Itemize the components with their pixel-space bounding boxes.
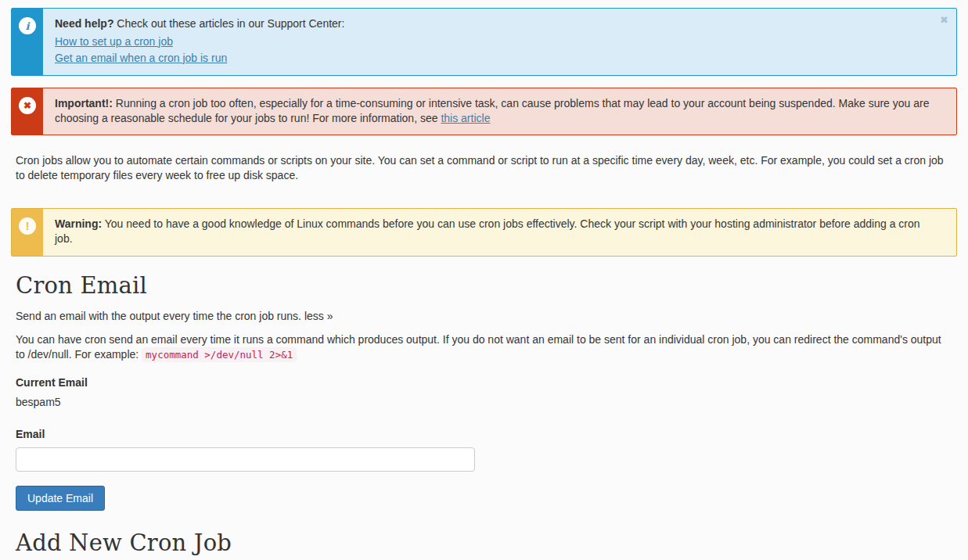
cron-email-subtitle: Send an email with the output every time… (16, 310, 952, 322)
intro-paragraph: Cron jobs allow you to automate certain … (16, 153, 952, 183)
code-snippet: mycommand >/dev/null 2>&1 (142, 347, 297, 362)
link-get-email-when-cron-run[interactable]: Get an email when a cron job is run (55, 51, 227, 66)
warning-banner-strip: ! (12, 209, 43, 256)
update-email-button[interactable]: Update Email (16, 486, 105, 511)
info-icon: i (19, 17, 36, 34)
email-label: Email (16, 428, 952, 440)
info-banner-text: Need help? Check out these articles in o… (55, 16, 933, 31)
cron-jobs-page: i Need help? Check out these articles in… (0, 0, 968, 560)
add-new-cron-job-heading: Add New Cron Job (16, 529, 952, 556)
link-this-article[interactable]: this article (441, 112, 490, 124)
info-banner-links: How to set up a cron job Get an email wh… (55, 33, 933, 66)
important-banner-strip: ✖ (12, 88, 43, 135)
warning-banner-body: Warning: You need to have a good knowled… (43, 209, 956, 256)
less-toggle-link[interactable]: less » (304, 310, 333, 322)
important-banner-body: Important!: Running a cron job too often… (43, 88, 956, 135)
link-how-to-set-up-cron[interactable]: How to set up a cron job (55, 34, 173, 49)
email-field[interactable] (16, 447, 475, 472)
current-email-label: Current Email (16, 376, 952, 389)
info-banner: i Need help? Check out these articles in… (11, 8, 957, 76)
close-icon[interactable]: ✖ (940, 15, 948, 25)
warning-icon: ! (19, 217, 36, 235)
warning-banner: ! Warning: You need to have a good knowl… (11, 208, 957, 257)
info-banner-strip: i (12, 9, 43, 75)
current-email-value: bespam5 (16, 396, 952, 408)
info-banner-body: Need help? Check out these articles in o… (43, 9, 956, 75)
cron-email-heading: Cron Email (16, 272, 952, 299)
cron-email-description: You can have cron send an email every ti… (16, 332, 952, 362)
important-banner: ✖ Important!: Running a cron job too oft… (11, 88, 957, 136)
error-icon: ✖ (19, 97, 36, 114)
